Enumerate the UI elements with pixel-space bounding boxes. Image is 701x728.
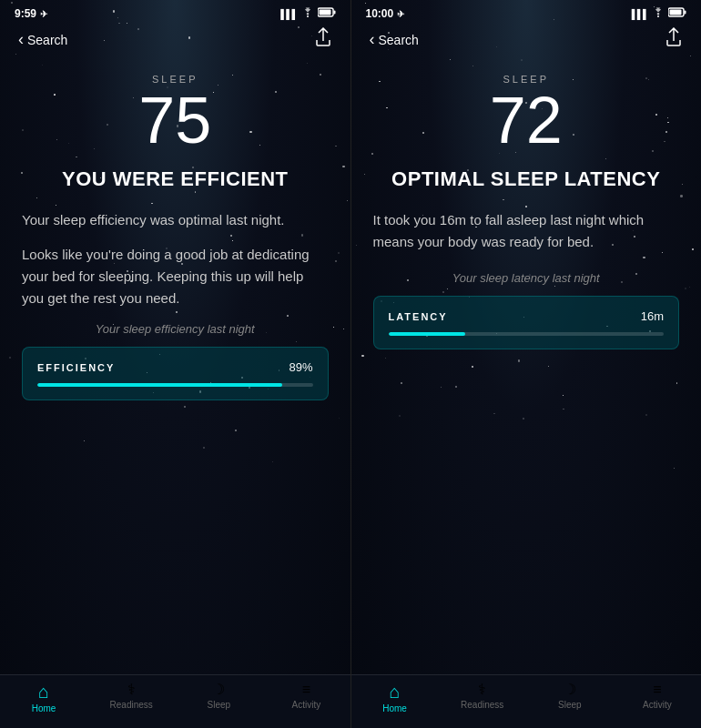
time-right: 10:00 — [366, 7, 394, 20]
metric-value-right: 16m — [641, 309, 664, 323]
tab-readiness-right[interactable]: ⚕ Readiness — [439, 682, 526, 713]
tab-activity-left[interactable]: ≡ Activity — [262, 682, 350, 713]
tab-home-label-left: Home — [32, 703, 56, 713]
tab-activity-right[interactable]: ≡ Activity — [614, 682, 701, 713]
score-number-left: 75 — [0, 85, 350, 157]
back-button-left[interactable]: ‹ Search — [18, 30, 67, 49]
tab-home-icon-right: ⌂ — [390, 682, 401, 701]
time-left: 9:59 — [15, 7, 36, 20]
tab-bar-left: ⌂ Home ⚕ Readiness ☽ Sleep ≡ Activity — [0, 674, 350, 728]
tab-activity-icon-right: ≡ — [653, 682, 661, 697]
nav-bar-right: ‹ Search — [351, 24, 702, 59]
metric-card-left: EFFICIENCY 89% — [22, 347, 329, 400]
score-area-left: SLEEP 75 — [0, 59, 350, 167]
back-button-right[interactable]: ‹ Search — [370, 30, 419, 49]
progress-bg-right — [389, 332, 665, 336]
signal-icon-right: ▌▌▌ — [632, 9, 648, 19]
back-chevron-right: ‹ — [370, 30, 375, 49]
svg-rect-6 — [670, 10, 682, 15]
location-icon-right: ✈ — [397, 9, 404, 19]
phone-panel-right: 10:00 ✈ ▌▌▌ ‹ Search — [351, 0, 702, 728]
headline-right: OPTIMAL SLEEP LATENCY — [373, 167, 680, 191]
metric-value-left: 89% — [289, 360, 312, 374]
status-bar-left: 9:59 ✈ ▌▌▌ — [0, 0, 350, 24]
chart-label-left: Your sleep efficiency last night — [22, 322, 329, 336]
tab-readiness-icon-left: ⚕ — [127, 682, 136, 697]
tab-activity-icon-left: ≡ — [302, 682, 310, 697]
metric-card-right: LATENCY 16m — [373, 296, 680, 349]
main-content-left: YOU WERE EFFICIENT Your sleep efficiency… — [0, 167, 350, 674]
back-label-left: Search — [27, 33, 67, 47]
tab-readiness-label-right: Readiness — [461, 700, 503, 710]
svg-rect-3 — [333, 11, 335, 15]
share-button-right[interactable] — [665, 27, 683, 52]
chart-label-right: Your sleep latency last night — [373, 271, 680, 285]
wifi-icon-right — [652, 7, 665, 20]
progress-bg-left — [37, 383, 313, 387]
battery-icon-left — [318, 7, 336, 20]
tab-home-label-right: Home — [382, 703, 407, 713]
tab-home-left[interactable]: ⌂ Home — [0, 682, 87, 713]
score-area-right: SLEEP 72 — [351, 59, 702, 167]
share-button-left[interactable] — [314, 27, 332, 52]
description-left-1: Your sleep efficiency was optimal last n… — [22, 209, 329, 231]
battery-icon-right — [668, 7, 686, 20]
tab-sleep-left[interactable]: ☽ Sleep — [175, 682, 262, 713]
score-number-right: 72 — [351, 85, 702, 157]
tab-readiness-icon-right: ⚕ — [478, 682, 486, 697]
main-content-right: OPTIMAL SLEEP LATENCY It took you 16m to… — [351, 167, 702, 674]
description-left-2: Looks like you're doing a good job at de… — [22, 244, 329, 309]
status-bar-right: 10:00 ✈ ▌▌▌ — [351, 0, 702, 24]
tab-sleep-icon-left: ☽ — [212, 682, 225, 697]
metric-name-right: LATENCY — [389, 311, 448, 322]
metric-name-left: EFFICIENCY — [37, 362, 115, 373]
tab-activity-label-right: Activity — [643, 700, 672, 710]
phone-panel-left: 9:59 ✈ ▌▌▌ ‹ Search — [0, 0, 350, 728]
back-chevron-left: ‹ — [18, 30, 24, 49]
svg-rect-7 — [685, 11, 686, 15]
progress-fill-left — [37, 383, 282, 387]
description-right-1: It took you 16m to fall asleep last nigh… — [373, 209, 680, 253]
tab-sleep-icon-right: ☽ — [564, 682, 576, 697]
tab-bar-right: ⌂ Home ⚕ Readiness ☽ Sleep ≡ Activity — [351, 674, 702, 728]
status-icons-right: ▌▌▌ — [632, 7, 686, 20]
location-icon-left: ✈ — [40, 9, 47, 19]
wifi-icon-left — [301, 7, 314, 20]
svg-point-4 — [657, 15, 659, 17]
tab-activity-label-left: Activity — [292, 700, 321, 710]
panel-divider — [350, 0, 351, 728]
nav-bar-left: ‹ Search — [0, 24, 350, 59]
progress-fill-right — [389, 332, 466, 336]
tab-home-icon-left: ⌂ — [38, 682, 49, 701]
tab-readiness-left[interactable]: ⚕ Readiness — [87, 682, 175, 713]
tab-sleep-label-right: Sleep — [558, 700, 582, 710]
signal-icon-left: ▌▌▌ — [280, 9, 297, 19]
svg-point-0 — [307, 15, 309, 17]
tab-sleep-label-left: Sleep — [208, 700, 231, 710]
tab-home-right[interactable]: ⌂ Home — [351, 682, 439, 713]
tab-readiness-label-left: Readiness — [110, 700, 153, 710]
svg-rect-2 — [319, 10, 330, 15]
status-icons-left: ▌▌▌ — [280, 7, 335, 20]
tab-sleep-right[interactable]: ☽ Sleep — [526, 682, 614, 713]
back-label-right: Search — [379, 33, 419, 47]
headline-left: YOU WERE EFFICIENT — [22, 167, 329, 191]
